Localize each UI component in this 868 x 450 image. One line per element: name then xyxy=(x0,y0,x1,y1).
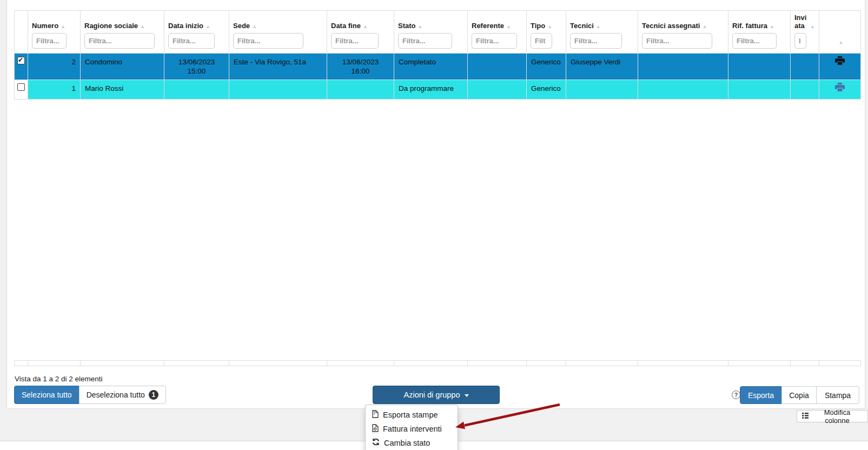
refresh-icon xyxy=(372,438,380,447)
cell-tecnici-assegnati xyxy=(638,80,728,100)
file-zip-icon xyxy=(372,410,379,420)
filter-input-numero[interactable] xyxy=(32,33,67,49)
filter-input-ragione-sociale[interactable] xyxy=(84,33,155,49)
cell-stato: Da programmare xyxy=(394,80,468,100)
cell-inviata xyxy=(791,80,819,100)
cell-data-inizio xyxy=(164,80,229,100)
column-header-referente[interactable]: Referente▲ xyxy=(468,11,527,54)
filter-input-tecnici-assegnati[interactable] xyxy=(642,33,712,49)
row-checkbox[interactable] xyxy=(17,83,25,91)
cell-tecnici: Giuseppe Verdi xyxy=(566,54,638,80)
sort-icon[interactable]: ▲ xyxy=(770,23,774,30)
sort-icon[interactable]: ▲ xyxy=(702,23,707,30)
cell-tecnici xyxy=(566,80,638,100)
sort-icon[interactable]: ▲ xyxy=(61,23,65,30)
edit-columns-button[interactable]: Modifica colonne xyxy=(797,410,868,422)
select-all-button[interactable]: Seleziona tutto xyxy=(14,386,79,404)
cell-data-fine: 13/06/2023 16:00 xyxy=(327,54,394,80)
print-icon[interactable] xyxy=(835,85,845,94)
filter-input-stato[interactable] xyxy=(398,33,452,49)
filter-input-sede[interactable] xyxy=(233,33,303,49)
sort-icon[interactable]: ▲ xyxy=(547,23,552,30)
cell-ragione-sociale: Condomino xyxy=(81,54,164,80)
cell-referente xyxy=(468,54,527,80)
column-header-ragione-sociale[interactable]: Ragione sociale▲ xyxy=(81,11,164,54)
column-header-inviata[interactable]: Inviata▲ xyxy=(791,11,819,54)
content-card: Numero▲ Ragione sociale▲ Data inizio▲ Se… xyxy=(6,0,865,409)
column-header-numero[interactable]: Numero▲ xyxy=(28,11,81,54)
actions-column-header: ▲ xyxy=(819,11,861,54)
menu-item-fattura-interventi[interactable]: Fattura interventi xyxy=(366,422,458,436)
row-checkbox[interactable] xyxy=(17,57,25,64)
cell-tecnici-assegnati xyxy=(638,54,728,80)
filter-input-inviata[interactable] xyxy=(794,33,806,49)
group-actions-button[interactable]: Azioni di gruppo xyxy=(373,386,500,404)
cell-stato: Completato xyxy=(394,54,468,80)
sort-icon[interactable]: ▲ xyxy=(596,23,601,30)
copy-button[interactable]: Copia xyxy=(781,386,817,404)
menu-item-cambia-stato[interactable]: Cambia stato xyxy=(366,436,458,449)
filter-input-referente[interactable] xyxy=(472,33,517,49)
column-header-tecnici-assegnati[interactable]: Tecnici assegnati▲ xyxy=(638,11,728,54)
chevron-down-icon xyxy=(465,394,469,397)
cell-data-inizio: 13/06/2023 15:00 xyxy=(164,54,229,80)
cell-tipo: Generico xyxy=(527,80,566,100)
interventions-table: Numero▲ Ragione sociale▲ Data inizio▲ Se… xyxy=(14,10,861,100)
filter-input-data-fine[interactable] xyxy=(331,33,379,49)
help-icon[interactable]: ? xyxy=(732,391,740,399)
deselect-all-button[interactable]: Deseleziona tutto 1 xyxy=(79,386,166,404)
sort-icon[interactable]: ▲ xyxy=(810,23,815,30)
filter-input-rif-fattura[interactable] xyxy=(732,33,777,49)
menu-item-esporta-stampe[interactable]: Esporta stampe xyxy=(366,408,458,422)
print-icon[interactable] xyxy=(835,59,845,67)
header-row: Numero▲ Ragione sociale▲ Data inizio▲ Se… xyxy=(15,11,861,54)
table-row[interactable]: 1 Mario Rossi Da programmare Generico xyxy=(15,80,861,100)
cell-inviata xyxy=(791,54,819,80)
cell-referente xyxy=(468,80,527,100)
print-button[interactable]: Stampa xyxy=(816,386,859,404)
cell-sede: Este - Via Rovigo, 51a xyxy=(229,54,327,80)
file-invoice-icon xyxy=(372,424,379,434)
sort-icon[interactable]: ▲ xyxy=(506,23,511,30)
column-header-stato[interactable]: Stato▲ xyxy=(394,11,468,54)
column-header-data-inizio[interactable]: Data inizio▲ xyxy=(164,11,229,54)
column-header-tecnici[interactable]: Tecnici▲ xyxy=(566,11,638,54)
sort-icon: ▲ xyxy=(839,39,844,46)
filter-input-tecnici[interactable] xyxy=(570,33,622,49)
cell-rif-fattura xyxy=(728,80,791,100)
cell-numero: 1 xyxy=(28,80,81,100)
cell-tipo: Generico xyxy=(527,54,566,80)
sort-icon[interactable]: ▲ xyxy=(363,23,368,30)
pagination-info: Vista da 1 a 2 di 2 elementi xyxy=(15,375,103,383)
filter-input-data-inizio[interactable] xyxy=(168,33,215,49)
selection-count-badge: 1 xyxy=(149,390,158,400)
sort-icon[interactable]: ▲ xyxy=(252,23,257,30)
filter-input-tipo[interactable] xyxy=(531,33,552,49)
sort-icon[interactable]: ▲ xyxy=(418,23,423,30)
sort-icon[interactable]: ▲ xyxy=(206,23,210,30)
cell-numero: 2 xyxy=(28,54,81,80)
sort-icon[interactable]: ▲ xyxy=(140,23,145,30)
column-header-sede[interactable]: Sede▲ xyxy=(229,11,327,54)
column-header-rif-fattura[interactable]: Rif. fattura▲ xyxy=(728,11,791,54)
column-header-tipo[interactable]: Tipo▲ xyxy=(527,11,566,54)
cell-ragione-sociale: Mario Rossi xyxy=(81,80,164,100)
table-row[interactable]: 2 Condomino 13/06/2023 15:00 Este - Via … xyxy=(15,54,861,80)
export-button[interactable]: Esporta xyxy=(740,386,782,404)
cell-data-fine xyxy=(327,80,394,100)
cell-sede xyxy=(229,80,327,100)
cell-rif-fattura xyxy=(728,54,791,80)
group-actions-menu: Esporta stampe Fattura interventi Cambia… xyxy=(365,405,458,450)
table-footer-strip xyxy=(14,360,861,366)
select-column-header xyxy=(15,11,28,54)
list-columns-icon xyxy=(802,412,809,420)
column-header-data-fine[interactable]: Data fine▲ xyxy=(327,11,394,54)
